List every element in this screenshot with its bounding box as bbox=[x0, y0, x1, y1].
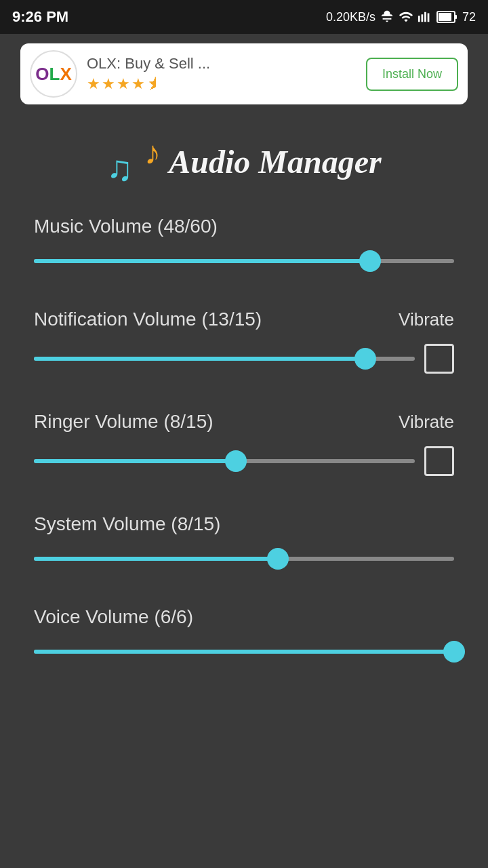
alarm-icon bbox=[380, 9, 394, 24]
app-header: ♪ ♫ Audio Manager bbox=[0, 114, 488, 216]
slider-container-notification bbox=[34, 344, 454, 374]
slider-row-system: System Volume (8/15) bbox=[34, 513, 454, 569]
slider-row-ringer: Ringer Volume (8/15)Vibrate bbox=[34, 411, 454, 476]
vibrate-checkbox-notification[interactable] bbox=[424, 344, 454, 374]
slider-thumb-notification[interactable] bbox=[354, 348, 376, 370]
status-bar: 9:26 PM 0.20KB/s 72 bbox=[0, 0, 488, 34]
ad-logo: OLX bbox=[30, 50, 77, 98]
vibrate-checkbox-ringer[interactable] bbox=[424, 446, 454, 476]
slider-thumb-voice[interactable] bbox=[443, 641, 465, 663]
slider-track-voice[interactable] bbox=[34, 642, 454, 662]
ad-logo-text: OLX bbox=[35, 64, 71, 85]
slider-thumb-music[interactable] bbox=[359, 250, 381, 272]
data-speed: 0.20KB/s bbox=[326, 10, 375, 24]
star-3: ★ bbox=[117, 75, 130, 93]
svg-rect-2 bbox=[455, 15, 457, 19]
ad-info: OLX: Buy & Sell ... ★ ★ ★ ★ ⯨ bbox=[87, 55, 357, 93]
ad-stars: ★ ★ ★ ★ ⯨ bbox=[87, 75, 357, 93]
slider-container-system bbox=[34, 549, 454, 569]
slider-container-voice bbox=[34, 642, 454, 662]
battery-icon bbox=[436, 9, 458, 24]
slider-track-system[interactable] bbox=[34, 549, 454, 569]
slider-header-notification: Notification Volume (13/15)Vibrate bbox=[34, 309, 454, 330]
vibrate-label-ringer: Vibrate bbox=[399, 412, 454, 433]
slider-header-voice: Voice Volume (6/6) bbox=[34, 606, 454, 628]
slider-label-ringer: Ringer Volume (8/15) bbox=[34, 411, 214, 433]
slider-row-voice: Voice Volume (6/6) bbox=[34, 606, 454, 662]
slider-track-ringer[interactable] bbox=[34, 451, 415, 471]
slider-label-system: System Volume (8/15) bbox=[34, 513, 220, 535]
star-5-half: ⯨ bbox=[146, 75, 161, 93]
ad-banner: OLX OLX: Buy & Sell ... ★ ★ ★ ★ ⯨ Instal… bbox=[20, 43, 468, 104]
slider-thumb-system[interactable] bbox=[267, 548, 289, 570]
slider-container-ringer bbox=[34, 446, 454, 476]
star-2: ★ bbox=[102, 75, 115, 93]
battery-level: 72 bbox=[462, 10, 476, 24]
slider-label-music: Music Volume (48/60) bbox=[34, 216, 218, 237]
note-blue-icon: ♫ bbox=[106, 148, 133, 189]
slider-label-voice: Voice Volume (6/6) bbox=[34, 606, 193, 628]
note-orange-icon: ♪ bbox=[144, 134, 161, 172]
slider-thumb-ringer[interactable] bbox=[225, 450, 247, 472]
slider-track-music[interactable] bbox=[34, 251, 454, 271]
slider-row-music: Music Volume (48/60) bbox=[34, 216, 454, 271]
slider-header-ringer: Ringer Volume (8/15)Vibrate bbox=[34, 411, 454, 433]
slider-header-system: System Volume (8/15) bbox=[34, 513, 454, 535]
star-1: ★ bbox=[87, 75, 100, 93]
status-right-icons: 0.20KB/s 72 bbox=[326, 9, 476, 24]
slider-label-notification: Notification Volume (13/15) bbox=[34, 309, 262, 330]
music-icon-container: ♪ ♫ bbox=[106, 134, 161, 189]
signal-icon bbox=[418, 9, 432, 24]
install-button[interactable]: Install Now bbox=[366, 58, 458, 91]
slider-container-music bbox=[34, 251, 454, 271]
ad-title: OLX: Buy & Sell ... bbox=[87, 55, 357, 73]
star-4: ★ bbox=[131, 75, 145, 93]
wifi-icon bbox=[399, 9, 413, 24]
app-title: Audio Manager bbox=[169, 143, 381, 180]
slider-row-notification: Notification Volume (13/15)Vibrate bbox=[34, 309, 454, 374]
slider-header-music: Music Volume (48/60) bbox=[34, 216, 454, 237]
status-time: 9:26 PM bbox=[12, 8, 68, 26]
sliders-section: Music Volume (48/60)Notification Volume … bbox=[0, 216, 488, 662]
svg-rect-1 bbox=[439, 13, 451, 21]
vibrate-label-notification: Vibrate bbox=[399, 309, 454, 330]
slider-track-notification[interactable] bbox=[34, 349, 415, 369]
